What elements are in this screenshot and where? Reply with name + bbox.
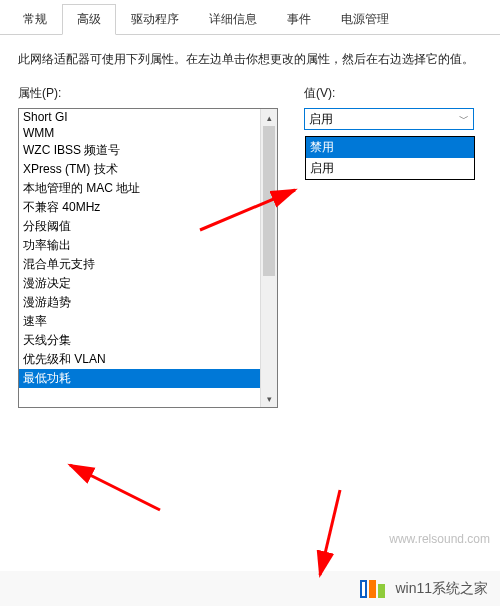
list-item[interactable]: WMM xyxy=(19,125,260,141)
list-item[interactable]: 混合单元支持 xyxy=(19,255,260,274)
properties-listbox-inner: Short GIWMMWZC IBSS 频道号XPress (TM) 技术本地管… xyxy=(19,109,260,407)
list-item[interactable]: 最低功耗 xyxy=(19,369,260,388)
properties-label: 属性(P): xyxy=(18,85,278,102)
dropdown-item[interactable]: 启用 xyxy=(306,158,474,179)
value-dropdown[interactable]: 禁用启用 xyxy=(305,136,475,180)
properties-column: 属性(P): Short GIWMMWZC IBSS 频道号XPress (TM… xyxy=(18,85,278,408)
brand-logo-icon xyxy=(360,580,385,598)
footer: win11系统之家 xyxy=(360,580,488,598)
list-item[interactable]: 优先级和 VLAN xyxy=(19,350,260,369)
tab-4[interactable]: 事件 xyxy=(272,4,326,34)
list-item[interactable]: 速率 xyxy=(19,312,260,331)
list-item[interactable]: 漫游决定 xyxy=(19,274,260,293)
list-item[interactable]: 本地管理的 MAC 地址 xyxy=(19,179,260,198)
advanced-panel: 此网络适配器可使用下列属性。在左边单击你想更改的属性，然后在右边选择它的值。 属… xyxy=(0,35,500,571)
list-item[interactable]: WZC IBSS 频道号 xyxy=(19,141,260,160)
list-item[interactable]: 功率输出 xyxy=(19,236,260,255)
chevron-down-icon: ﹀ xyxy=(459,112,469,126)
value-combobox[interactable]: 启用 ﹀ 禁用启用 xyxy=(304,108,474,130)
list-item[interactable]: 天线分集 xyxy=(19,331,260,350)
list-item[interactable]: 不兼容 40MHz xyxy=(19,198,260,217)
scrollbar[interactable]: ▴ ▾ xyxy=(260,109,277,407)
tab-5[interactable]: 电源管理 xyxy=(326,4,404,34)
tab-1[interactable]: 高级 xyxy=(62,4,116,35)
panel-body: 属性(P): Short GIWMMWZC IBSS 频道号XPress (TM… xyxy=(18,85,482,408)
scroll-track[interactable] xyxy=(261,126,277,390)
watermark-text: www.relsound.com xyxy=(389,532,490,546)
tab-0[interactable]: 常规 xyxy=(8,4,62,34)
scroll-up-icon[interactable]: ▴ xyxy=(261,109,277,126)
list-item[interactable]: 漫游趋势 xyxy=(19,293,260,312)
value-label: 值(V): xyxy=(304,85,482,102)
list-item[interactable]: Short GI xyxy=(19,109,260,125)
tab-2[interactable]: 驱动程序 xyxy=(116,4,194,34)
tab-3[interactable]: 详细信息 xyxy=(194,4,272,34)
list-item[interactable]: XPress (TM) 技术 xyxy=(19,160,260,179)
scroll-thumb[interactable] xyxy=(263,126,275,276)
list-item[interactable]: 分段阈值 xyxy=(19,217,260,236)
value-selected: 启用 xyxy=(309,111,333,128)
brand-name: win11系统之家 xyxy=(395,580,488,598)
dropdown-item[interactable]: 禁用 xyxy=(306,137,474,158)
properties-listbox[interactable]: Short GIWMMWZC IBSS 频道号XPress (TM) 技术本地管… xyxy=(18,108,278,408)
panel-description: 此网络适配器可使用下列属性。在左边单击你想更改的属性，然后在右边选择它的值。 xyxy=(18,49,482,69)
value-column: 值(V): 启用 ﹀ 禁用启用 xyxy=(304,85,482,408)
tabs-bar: 常规高级驱动程序详细信息事件电源管理 xyxy=(0,0,500,35)
scroll-down-icon[interactable]: ▾ xyxy=(261,390,277,407)
